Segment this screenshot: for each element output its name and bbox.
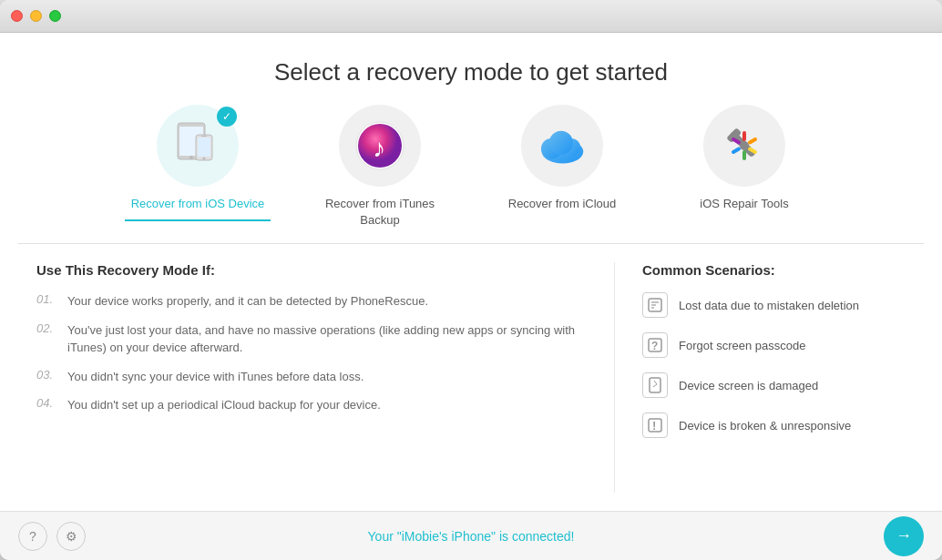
next-icon: → [896, 526, 912, 545]
titlebar [0, 0, 942, 33]
info-section: Use This Recovery Mode If: 01. Your devi… [0, 244, 942, 511]
repair-icon [717, 118, 772, 173]
right-panel-title: Common Scenarios: [642, 262, 906, 278]
deletion-icon [642, 292, 668, 318]
condition-text-1: Your device works properly, and it can b… [67, 292, 428, 311]
mode-repair-tools[interactable]: iOS Repair Tools [671, 105, 817, 229]
main-content: Select a recovery mode to get started [0, 33, 942, 511]
scenario-item-3: Device screen is damaged [642, 372, 906, 398]
svg-line-20 [733, 149, 739, 153]
footer: ? ⚙ Your "iMobie's iPhone" is connected!… [0, 511, 942, 560]
right-panel: Common Scenarios: Lost data due to mista… [614, 262, 906, 493]
minimize-button[interactable] [30, 10, 42, 22]
mode-selector: ✓ Recover from iOS Device [0, 105, 942, 229]
svg-point-5 [203, 158, 206, 160]
maximize-button[interactable] [49, 10, 61, 22]
mode-repair-icon-wrapper [703, 105, 785, 187]
scenario-item-4: ! Device is broken & unresponsive [642, 412, 906, 438]
settings-icon: ⚙ [66, 529, 77, 544]
left-panel-title: Use This Recovery Mode If: [36, 262, 578, 278]
condition-list: 01. Your device works properly, and it c… [36, 292, 578, 414]
scenario-text-2: Forgot screen passcode [679, 339, 805, 352]
mode-itunes-backup[interactable]: ♪ Recover from iTunes Backup [307, 105, 453, 229]
svg-text:♪: ♪ [373, 134, 385, 162]
left-panel: Use This Recovery Mode If: 01. Your devi… [36, 262, 578, 493]
condition-num-3: 03. [36, 368, 60, 382]
ios-device-icon [170, 118, 225, 173]
help-button[interactable]: ? [18, 522, 47, 551]
svg-text:?: ? [651, 340, 658, 352]
active-checkmark: ✓ [217, 107, 237, 127]
mode-repair-label: iOS Repair Tools [700, 196, 788, 212]
mode-icloud-label: Recover from iCloud [508, 196, 617, 212]
help-icon: ? [29, 529, 36, 544]
mode-ios-device[interactable]: ✓ Recover from iOS Device [125, 105, 271, 229]
condition-num-1: 01. [36, 292, 60, 306]
condition-num-4: 04. [36, 396, 60, 410]
condition-text-2: You've just lost your data, and have no … [67, 321, 578, 357]
scenario-list: Lost data due to mistaken deletion ? For… [642, 292, 906, 438]
screen-damage-icon [642, 372, 668, 398]
scenario-item-1: Lost data due to mistaken deletion [642, 292, 906, 318]
scenario-text-4: Device is broken & unresponsive [679, 419, 851, 433]
condition-num-2: 02. [36, 321, 60, 335]
footer-right: → [884, 516, 924, 556]
mode-icloud[interactable]: Recover from iCloud [489, 105, 635, 229]
scenario-text-1: Lost data due to mistaken deletion [679, 299, 859, 312]
mode-ios-device-label: Recover from iOS Device [131, 196, 265, 212]
mode-itunes-label: Recover from iTunes Backup [307, 196, 453, 229]
condition-item-3: 03. You didn't sync your device with iTu… [36, 368, 578, 386]
mode-icloud-icon-wrapper [521, 105, 603, 187]
settings-button[interactable]: ⚙ [56, 522, 86, 551]
app-window: Select a recovery mode to get started [0, 0, 942, 560]
close-button[interactable] [11, 10, 23, 22]
page-title: Select a recovery mode to get started [0, 33, 942, 105]
scenario-text-3: Device screen is damaged [679, 379, 818, 392]
condition-item-4: 04. You didn't set up a periodical iClou… [36, 396, 578, 414]
svg-line-17 [750, 139, 755, 143]
svg-rect-6 [201, 136, 207, 137]
next-button[interactable]: → [884, 516, 924, 556]
icloud-icon [533, 123, 592, 168]
mode-itunes-icon-wrapper: ♪ [339, 105, 421, 187]
mode-ios-device-underline [125, 219, 271, 221]
svg-point-2 [189, 156, 193, 159]
condition-text-3: You didn't sync your device with iTunes … [67, 368, 363, 386]
scenario-item-2: ? Forgot screen passcode [642, 332, 906, 358]
status-message: Your "iMobie's iPhone" is connected! [368, 529, 575, 544]
passcode-icon: ? [642, 332, 668, 358]
footer-left: ? ⚙ [18, 522, 86, 551]
svg-point-22 [740, 141, 749, 150]
svg-line-30 [654, 381, 657, 384]
svg-point-13 [548, 131, 572, 155]
condition-item-2: 02. You've just lost your data, and have… [36, 321, 578, 357]
condition-text-4: You didn't set up a periodical iCloud ba… [67, 396, 381, 414]
condition-item-1: 01. Your device works properly, and it c… [36, 292, 578, 311]
itunes-icon: ♪ [353, 118, 407, 173]
mode-ios-device-icon-wrapper: ✓ [157, 105, 239, 187]
svg-line-31 [653, 384, 657, 387]
svg-rect-4 [198, 137, 210, 157]
svg-text:!: ! [652, 419, 656, 433]
broken-device-icon: ! [642, 412, 668, 438]
